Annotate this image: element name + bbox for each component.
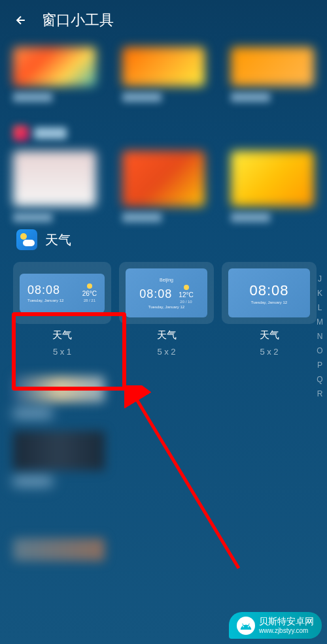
blurred-item bbox=[122, 47, 205, 106]
alpha-index-letter[interactable]: L bbox=[317, 303, 323, 312]
widget-label: 天气 bbox=[157, 329, 177, 342]
widget-temp-range: 20 / 10 bbox=[180, 300, 192, 304]
weather-widget-5x1[interactable]: 08:08 Tuesday, January 12 26°C 28 / 21 天… bbox=[13, 262, 111, 357]
watermark: 贝斯特安卓网 www.zjbstyy.com bbox=[229, 612, 322, 639]
weather-widget-5x2-a[interactable]: Beijing 08:08 12°C 20 / 10 Tuesday, Janu… bbox=[119, 262, 214, 357]
widget-date: Tuesday, January 12 bbox=[148, 305, 184, 309]
widget-temp: 26°C bbox=[82, 290, 97, 297]
weather-widget-5x2-b[interactable]: 08:08 Tuesday, January 12 天气 5 x 2 bbox=[222, 262, 317, 357]
content-area: 天气 08:08 Tuesday, January 12 26°C 28 / 2… bbox=[0, 40, 327, 581]
widget-label: 天气 bbox=[52, 329, 72, 342]
blurred-widget-row bbox=[13, 151, 314, 210]
back-button[interactable] bbox=[13, 12, 29, 28]
alpha-index-letter[interactable]: M bbox=[317, 317, 323, 327]
widget-inner: Beijing 08:08 12°C 20 / 10 Tuesday, Janu… bbox=[126, 268, 207, 317]
widget-size: 5 x 1 bbox=[53, 347, 71, 357]
blurred-section bbox=[13, 125, 314, 141]
widget-inner: 08:08 Tuesday, January 12 bbox=[228, 268, 310, 317]
sun-icon bbox=[184, 285, 189, 290]
blurred-item bbox=[122, 151, 205, 210]
widget-preview: 08:08 Tuesday, January 12 26°C 28 / 21 bbox=[13, 262, 111, 324]
blurred-item bbox=[231, 151, 314, 210]
widget-temp-range: 28 / 21 bbox=[84, 298, 95, 302]
watermark-url: www.zjbstyy.com bbox=[259, 627, 314, 635]
header-bar: 窗口小工具 bbox=[0, 0, 327, 40]
widget-label: 天气 bbox=[260, 329, 279, 342]
alpha-index-letter[interactable]: N bbox=[317, 332, 323, 341]
alpha-index-letter[interactable]: P bbox=[317, 361, 323, 370]
alpha-index-letter[interactable]: O bbox=[317, 346, 323, 355]
weather-section-header: 天气 bbox=[16, 229, 314, 250]
widget-location: Beijing bbox=[160, 278, 173, 282]
alpha-index-letter[interactable]: R bbox=[317, 389, 323, 398]
widget-time: 08:08 bbox=[249, 282, 288, 299]
alpha-index-letter[interactable]: J bbox=[317, 274, 323, 283]
blurred-bottom-section bbox=[13, 376, 314, 561]
widget-size: 5 x 2 bbox=[260, 347, 278, 357]
blurred-widget-row bbox=[13, 47, 314, 106]
weather-widget-row: 08:08 Tuesday, January 12 26°C 28 / 21 天… bbox=[13, 262, 314, 357]
widget-inner: 08:08 Tuesday, January 12 26°C 28 / 21 bbox=[20, 274, 105, 313]
alpha-index-letter[interactable]: Q bbox=[317, 375, 323, 384]
weather-app-icon bbox=[16, 229, 37, 250]
widget-time: 08:08 bbox=[139, 287, 172, 301]
alpha-index: J K L M N O P Q R bbox=[317, 274, 323, 398]
watermark-logo-icon bbox=[237, 617, 255, 635]
alpha-index-letter[interactable]: K bbox=[317, 289, 323, 298]
blurred-item bbox=[13, 47, 96, 106]
widget-preview: 08:08 Tuesday, January 12 bbox=[222, 262, 317, 324]
blurred-item bbox=[231, 47, 314, 106]
watermark-title: 贝斯特安卓网 bbox=[259, 616, 314, 627]
sun-icon bbox=[87, 283, 92, 289]
arrow-left-icon bbox=[14, 14, 27, 27]
widget-size: 5 x 2 bbox=[157, 347, 175, 357]
widget-temp: 12°C bbox=[179, 291, 193, 298]
widget-preview: Beijing 08:08 12°C 20 / 10 Tuesday, Janu… bbox=[119, 262, 214, 324]
section-title: 天气 bbox=[45, 231, 71, 249]
widget-date: Tuesday, January 12 bbox=[251, 300, 287, 304]
widget-time: 08:08 bbox=[27, 283, 63, 297]
blurred-item bbox=[13, 151, 96, 210]
page-title: 窗口小工具 bbox=[42, 10, 114, 30]
widget-date: Tuesday, January 12 bbox=[27, 298, 63, 302]
